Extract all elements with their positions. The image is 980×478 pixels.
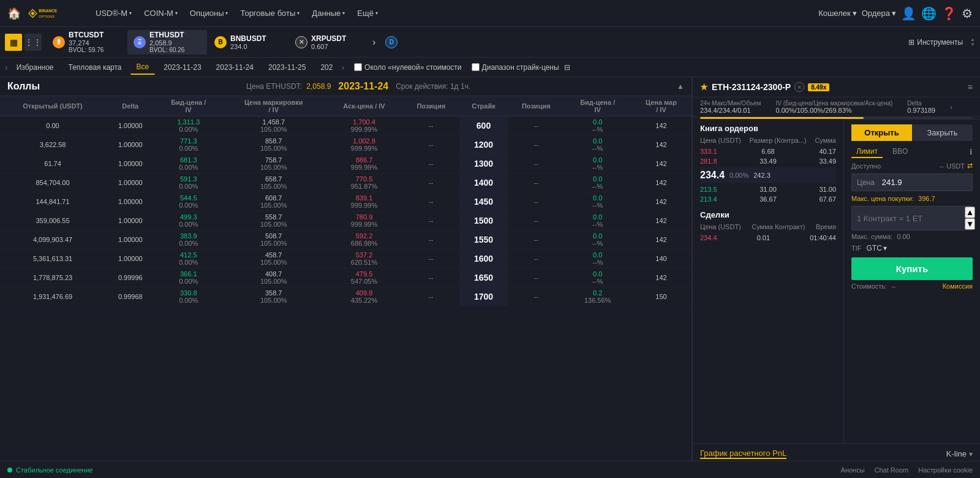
ticker-next-btn[interactable]: › (370, 37, 378, 48)
checkbox-zero-value[interactable]: Около «нулевой» стоимости (354, 63, 461, 72)
ticker-view-btn-1[interactable]: ▦ (5, 34, 22, 51)
close-tab[interactable]: Закрыть (912, 124, 973, 141)
scroll-top-btn[interactable]: ▲ (677, 82, 684, 91)
open-tab[interactable]: Открыть (851, 124, 912, 141)
footer-cookie-settings[interactable]: Настройки cookie (918, 466, 973, 474)
nav-coin-m[interactable]: COIN-M▾ (139, 0, 183, 27)
table-row[interactable]: 1,931,476.69 0.99968 330.8 0.00% 358.7 1… (0, 287, 692, 306)
limit-tab[interactable]: Лимит (851, 146, 883, 158)
kline-arrow[interactable]: ▾ (969, 450, 973, 458)
ob-header: Цена (USDT) Размер (Контра...) Сумма (700, 137, 836, 144)
zero-value-input[interactable] (354, 63, 362, 71)
table-row[interactable]: 3,622.58 1.00000 771.3 0.00% 858.7 105.0… (0, 135, 692, 154)
xrp-info: XRPUSDT 0.607 (311, 34, 346, 50)
orderbook-title: Книга ордеров (700, 124, 836, 133)
ob-ask-1[interactable]: 333.1 6.68 40.17 (700, 146, 836, 156)
max-price-row: Макс. цена покупки: 396.7 (851, 195, 973, 202)
date-nav-left[interactable]: ‹ (5, 63, 8, 72)
stats-nav-icon[interactable]: › (950, 104, 952, 111)
nav-wallet[interactable]: Кошелек▾ (818, 9, 857, 18)
buy-button[interactable]: Купить (851, 257, 973, 280)
instrument-close-btn[interactable]: × (794, 82, 804, 92)
nav-right: Кошелек▾ Ордера▾ 👤 🌐 ❓ ⚙ (818, 6, 973, 21)
right-header: ★ ETН-231124-2300-P × 8.49x ≡ (693, 77, 980, 97)
eth-coin-icon: Ξ (134, 36, 146, 48)
price-input[interactable] (880, 174, 980, 191)
ticker-bnb[interactable]: B BNBUSDT 234.0 (208, 30, 288, 55)
help-icon[interactable]: ❓ (941, 6, 957, 21)
right-panel: ★ ETН-231124-2300-P × 8.49x ≡ 24ч Макс/М… (692, 77, 980, 478)
amount-input-group: ▲ ▼ Контракт (851, 206, 973, 230)
nav-options[interactable]: Опционы▾ (185, 0, 233, 27)
tab-d2[interactable]: 2023-11-24 (210, 61, 260, 74)
table-row[interactable]: 359,006.55 1.00000 499.3 0.00% 558.7 105… (0, 211, 692, 230)
tab-d3[interactable]: 2023-11-25 (262, 61, 312, 74)
footer-chat-room[interactable]: Chat Room (875, 466, 909, 474)
svg-text:OPTIONS: OPTIONS (39, 14, 55, 18)
info-icon[interactable]: ℹ (970, 148, 973, 156)
ticker-xrp[interactable]: ✕ XRPUSDT 0.607 (289, 30, 369, 55)
kline-label[interactable]: K-line (946, 449, 967, 458)
nav-orders[interactable]: Ордера▾ (862, 9, 896, 18)
pnl-title[interactable]: График расчетного PnL (700, 449, 786, 459)
ticker-btc[interactable]: ₿ BTCUSDT 37,274 BVOL: 59.76 (47, 30, 126, 55)
table-row[interactable]: 5,361,613.31 1.00000 412.5 0.00% 458.7 1… (0, 249, 692, 268)
eth-info: ETHUSDT 2,058.9 BVOL: 60.26 (149, 31, 184, 53)
instruments-button[interactable]: ⊞ Инструменты (903, 36, 968, 49)
settings-icon[interactable]: ⚙ (962, 6, 973, 21)
amount-stepper[interactable]: ▲ ▼ (965, 207, 975, 230)
table-row[interactable]: 854,704.00 1.00000 591.3 0.00% 658.7 105… (0, 173, 692, 192)
tab-d1[interactable]: 2023-11-23 (157, 61, 207, 74)
th-mark-puts: Цена мар/ IV (631, 96, 692, 116)
table-row[interactable]: 1,778,875.23 0.99996 366.1 0.00% 408.7 1… (0, 268, 692, 287)
btc-coin-icon: ₿ (53, 36, 65, 48)
right-header-icons: ≡ (968, 82, 973, 92)
nav-data[interactable]: Данные▾ (307, 0, 350, 27)
table-row[interactable]: 4,099,903.47 1.00000 383.9 0.00% 508.7 1… (0, 230, 692, 249)
bnb-info: BNBUSDT 234.0 (230, 34, 266, 50)
table-row[interactable]: 144,841.71 1.00000 544.5 0.00% 608.7 105… (0, 192, 692, 211)
scroll-down-btn[interactable]: ▼ (970, 42, 975, 47)
ticker-view-btn-2[interactable]: ⋮⋮ (24, 34, 42, 51)
nav-bots[interactable]: Торговые боты▾ (235, 0, 304, 27)
ticker-eth[interactable]: Ξ ETHUSDT 2,058.9 BVOL: 60.26 (127, 30, 207, 55)
home-icon[interactable]: 🏠 (7, 7, 21, 20)
options-table-wrap[interactable]: Открытый (USDT) Delta Бид-цена /IV Цена … (0, 96, 692, 478)
ticker-d[interactable]: D (379, 30, 407, 55)
strike-range-input[interactable] (472, 63, 480, 71)
options-meta: Цена ETHUSDT: 2,058.9 2023-11-24 Срок де… (246, 81, 470, 92)
table-row[interactable]: 61.74 1.00000 681.3 0.00% 758.7 105.00% … (0, 154, 692, 173)
refresh-icon[interactable]: ⇄ (967, 162, 973, 170)
checkbox-strike-range[interactable]: Диапазон страйк-цены (472, 63, 559, 72)
bbo-tab[interactable]: BBO (888, 146, 913, 158)
order-type-tabs: Лимит BBO (851, 146, 913, 158)
svg-text:BINANCE: BINANCE (39, 9, 57, 13)
price-input-group: Цена ▲ ▼ USDT (851, 173, 973, 191)
footer-announcements[interactable]: Анонсы (841, 466, 865, 474)
ob-ask-2[interactable]: 281.8 33.49 33.49 (700, 156, 836, 166)
amount-down-btn[interactable]: ▼ (965, 218, 975, 230)
nav-logo[interactable]: BINANCE OPTIONS (26, 5, 81, 22)
nav-more[interactable]: Ещё▾ (352, 0, 383, 27)
tab-favorite[interactable]: Избранное (10, 61, 60, 74)
tab-heatmap[interactable]: Тепловая карта (62, 61, 128, 74)
ticker-controls: ▦ ⋮⋮ (5, 34, 42, 51)
amount-up-btn[interactable]: ▲ (965, 207, 975, 218)
tab-d4[interactable]: 202 (314, 61, 339, 74)
tab-all[interactable]: Все (130, 60, 156, 75)
ob-bid-1[interactable]: 213.5 31.00 31.00 (700, 184, 836, 194)
right-settings-icon[interactable]: ≡ (968, 82, 973, 92)
profile-icon[interactable]: 👤 (901, 6, 916, 21)
tif-select[interactable]: GTC ▾ (867, 244, 887, 252)
date-nav-right[interactable]: › (341, 63, 344, 72)
filter-settings-icon[interactable]: ⊟ (564, 63, 570, 72)
ob-bid-2[interactable]: 213.4 36.67 67.67 (700, 194, 836, 204)
globe-icon[interactable]: 🌐 (921, 6, 937, 21)
nav-usd-m[interactable]: USD®-M▾ (91, 0, 137, 27)
table-row[interactable]: 0.00 1.00000 1,311.3 0.00% 1,458.7 105.0… (0, 116, 692, 135)
amount-input[interactable] (852, 210, 965, 227)
commission-link[interactable]: Комиссия (943, 283, 973, 290)
stable-dot (7, 468, 12, 472)
calls-label: Коллы (7, 81, 40, 92)
star-icon[interactable]: ★ (700, 82, 708, 92)
